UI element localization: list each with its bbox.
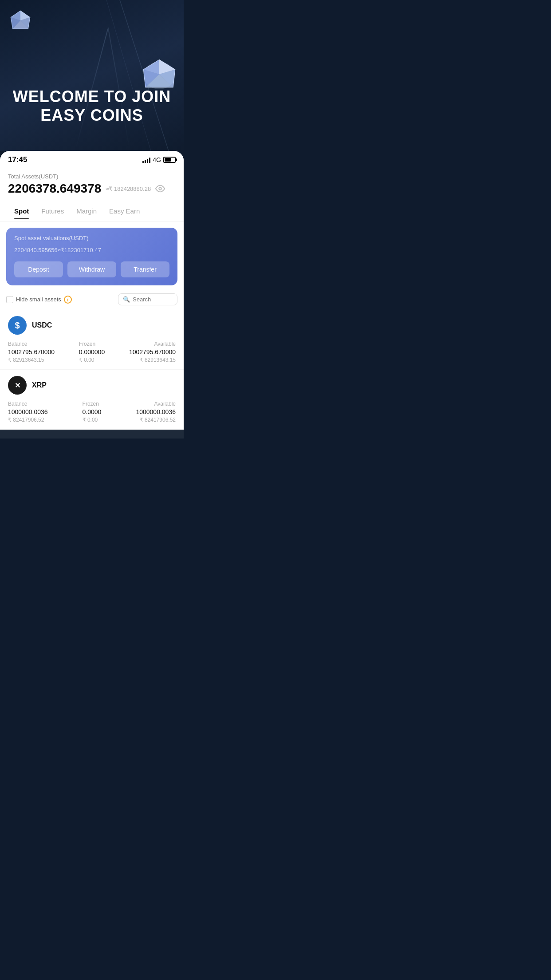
coin-item-usdc[interactable]: $ USDC Balance 1002795.670000 ₹ 82913643… <box>0 310 184 370</box>
tab-easy-earn[interactable]: Easy Earn <box>103 205 146 219</box>
info-icon[interactable]: i <box>64 296 72 304</box>
phone-screen: 17:45 4G Total Assets(USDT) 2206378.6493… <box>0 151 184 430</box>
tab-spot[interactable]: Spot <box>8 205 35 219</box>
xrp-logo: ✕ <box>8 376 27 395</box>
spot-card-value: 2204840.595656≈₹182301710.47 <box>14 244 169 254</box>
usdc-balance-col: Balance 1002795.670000 ₹ 82913643.15 <box>8 341 55 363</box>
spot-actions: Deposit Withdraw Transfer <box>14 261 169 277</box>
xrp-balances: Balance 1000000.0036 ₹ 82417906.52 Froze… <box>8 401 176 423</box>
assets-value-row: 2206378.649378 ≈₹ 182428880.28 <box>8 182 176 196</box>
phone-frame: 17:45 4G Total Assets(USDT) 2206378.6493… <box>0 151 184 439</box>
status-bar: 17:45 4G <box>0 151 184 167</box>
withdraw-button[interactable]: Withdraw <box>67 261 116 277</box>
svg-point-15 <box>159 187 161 190</box>
hide-small-label: Hide small assets <box>16 296 61 303</box>
coin-item-xrp[interactable]: ✕ XRP Balance 1000000.0036 ₹ 82417906.52… <box>0 370 184 430</box>
battery-icon <box>163 157 176 163</box>
gem-icon-left <box>9 9 32 32</box>
hide-small-checkbox[interactable] <box>6 296 13 303</box>
xrp-frozen-col: Frozen 0.0000 ₹ 0.00 <box>83 401 102 423</box>
search-box[interactable]: 🔍 <box>118 293 177 305</box>
signal-icon <box>142 157 150 163</box>
hero-section: WELCOME TO JOIN EASY COINS <box>0 0 184 151</box>
search-icon: 🔍 <box>123 296 130 303</box>
tab-margin[interactable]: Margin <box>70 205 103 219</box>
usdc-name: USDC <box>32 321 52 329</box>
xrp-available-col: Available 1000000.0036 ₹ 82417906.52 <box>136 401 176 423</box>
tab-bar: Spot Futures Margin Easy Earn <box>0 200 184 221</box>
spot-card-label: Spot asset valuations(USDT) <box>14 235 169 241</box>
xrp-name: XRP <box>32 381 47 389</box>
filter-row: Hide small assets i 🔍 <box>0 290 184 310</box>
assets-inr-value: ≈₹ 182428880.28 <box>106 186 151 192</box>
hide-small-assets[interactable]: Hide small assets i <box>6 296 72 304</box>
network-label: 4G <box>153 156 161 163</box>
total-assets-section: Total Assets(USDT) 2206378.649378 ≈₹ 182… <box>0 167 184 200</box>
status-time: 17:45 <box>8 155 27 164</box>
spot-card: Spot asset valuations(USDT) 2204840.5956… <box>6 228 177 285</box>
coin-header-usdc: $ USDC <box>8 316 176 335</box>
search-input[interactable] <box>133 296 173 303</box>
assets-label: Total Assets(USDT) <box>8 173 176 180</box>
welcome-title: WELCOME TO JOIN EASY COINS <box>0 87 184 124</box>
assets-main-value: 2206378.649378 <box>8 182 101 196</box>
xrp-balance-col: Balance 1000000.0036 ₹ 82417906.52 <box>8 401 48 423</box>
deposit-button[interactable]: Deposit <box>14 261 63 277</box>
coin-list: $ USDC Balance 1002795.670000 ₹ 82913643… <box>0 310 184 430</box>
usdc-available-col: Available 1002795.670000 ₹ 82913643.15 <box>129 341 176 363</box>
usdc-balances: Balance 1002795.670000 ₹ 82913643.15 Fro… <box>8 341 176 363</box>
tab-futures[interactable]: Futures <box>35 205 70 219</box>
usdc-frozen-col: Frozen 0.000000 ₹ 0.00 <box>79 341 105 363</box>
status-icons: 4G <box>142 156 176 163</box>
coin-header-xrp: ✕ XRP <box>8 376 176 395</box>
usdc-logo: $ <box>8 316 27 335</box>
transfer-button[interactable]: Transfer <box>121 261 169 277</box>
svg-point-12 <box>143 62 175 89</box>
eye-icon[interactable] <box>155 184 165 194</box>
